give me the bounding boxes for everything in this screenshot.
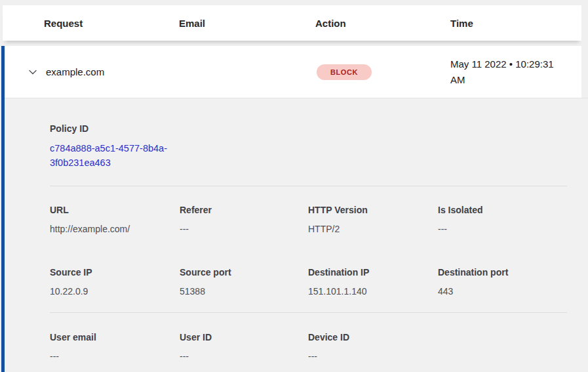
field-empty xyxy=(438,332,588,362)
field-destination-port: Destination port 443 xyxy=(438,267,588,297)
column-header-email: Email xyxy=(179,18,315,29)
field-label: Source port xyxy=(180,267,308,278)
column-header-request: Request xyxy=(44,18,179,29)
policy-id-link[interactable]: c784a888-a5c1-4577-8b4a-3f0b231ea463 xyxy=(50,141,181,170)
field-destination-ip: Destination IP 151.101.1.140 xyxy=(308,267,438,297)
field-label: Destination IP xyxy=(308,267,438,278)
field-value: 51388 xyxy=(180,286,308,297)
block-badge: BLOCK xyxy=(317,64,372,80)
field-value: 10.22.0.9 xyxy=(50,286,180,297)
field-value: --- xyxy=(180,224,308,235)
table-header: Request Email Action Time xyxy=(3,5,581,41)
field-label: Device ID xyxy=(308,332,438,343)
divider xyxy=(50,312,567,313)
field-referer: Referer --- xyxy=(180,205,308,235)
details-row-http: URL http://example.com/ Referer --- HTTP… xyxy=(50,205,588,235)
field-http-version: HTTP Version HTTP/2 xyxy=(308,205,438,235)
field-value: 151.101.1.140 xyxy=(308,286,438,297)
row-time-value: May 11 2022 • 10:29:31 AM xyxy=(450,56,581,88)
details-row-network: Source IP 10.22.0.9 Source port 51388 De… xyxy=(50,267,588,297)
field-value: --- xyxy=(308,351,438,362)
field-user-id: User ID --- xyxy=(180,332,308,362)
policy-id-label: Policy ID xyxy=(50,123,588,134)
field-label: Destination port xyxy=(438,267,588,278)
field-value: --- xyxy=(438,224,588,235)
field-label: User ID xyxy=(180,332,308,343)
row-request-value: example.com xyxy=(44,66,179,77)
field-label: Is Isolated xyxy=(438,205,588,216)
table-row[interactable]: example.com BLOCK May 11 2022 • 10:29:31… xyxy=(5,46,581,98)
field-value: 443 xyxy=(438,286,588,297)
divider xyxy=(50,186,567,186)
field-label: URL xyxy=(50,205,180,216)
field-value: http://example.com/ xyxy=(50,224,180,235)
field-url: URL http://example.com/ xyxy=(50,205,180,235)
field-label: Source IP xyxy=(50,267,180,278)
field-label: User email xyxy=(50,332,180,343)
chevron-down-icon[interactable] xyxy=(28,67,38,77)
field-is-isolated: Is Isolated --- xyxy=(438,205,588,235)
field-label: Referer xyxy=(180,205,308,216)
field-source-ip: Source IP 10.22.0.9 xyxy=(50,267,180,297)
column-header-time: Time xyxy=(450,18,581,29)
details-panel: Policy ID c784a888-a5c1-4577-8b4a-3f0b23… xyxy=(5,98,588,371)
field-source-port: Source port 51388 xyxy=(180,267,308,297)
field-value: --- xyxy=(180,351,308,362)
field-user-email: User email --- xyxy=(50,332,180,362)
field-value: --- xyxy=(50,351,180,362)
field-label: HTTP Version xyxy=(308,205,438,216)
field-value: HTTP/2 xyxy=(308,224,438,235)
row-action-cell: BLOCK xyxy=(315,64,450,80)
column-header-action: Action xyxy=(315,18,450,29)
log-record-expanded: example.com BLOCK May 11 2022 • 10:29:31… xyxy=(1,46,588,372)
field-device-id: Device ID --- xyxy=(308,332,438,362)
details-row-user: User email --- User ID --- Device ID --- xyxy=(50,332,588,362)
